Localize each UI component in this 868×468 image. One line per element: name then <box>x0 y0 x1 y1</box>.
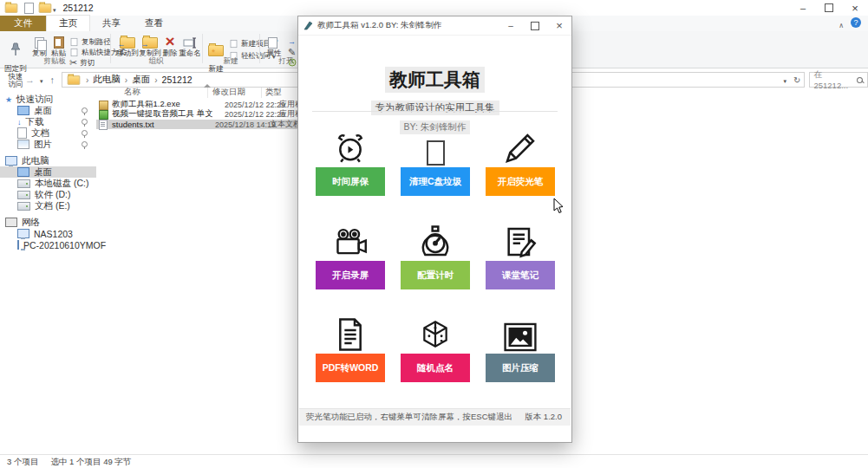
properties-qat-icon[interactable] <box>24 3 34 14</box>
refresh-icon[interactable] <box>793 75 800 85</box>
sidebar-item-drive-e[interactable]: 文档 (E:) <box>0 200 96 211</box>
paste-icon <box>54 36 64 49</box>
rename-icon <box>179 33 201 49</box>
maximize-icon <box>531 22 539 30</box>
delete-icon <box>165 35 174 49</box>
maximize-icon <box>825 3 833 12</box>
breadcrumb-folder[interactable]: 251212 <box>162 75 193 85</box>
drive-icon <box>17 179 30 188</box>
collapse-ribbon-icon[interactable] <box>839 16 844 31</box>
sidebar-item-network[interactable]: 网络 <box>0 217 96 228</box>
group-caption: 组织 <box>111 56 201 67</box>
computer-icon <box>17 229 29 238</box>
quick-access-icon <box>5 95 12 104</box>
picture-icon <box>486 314 555 352</box>
back-button[interactable] <box>7 75 16 85</box>
recent-locations-icon[interactable] <box>40 75 43 85</box>
random-rollcall-button[interactable]: 随机点名 <box>401 354 470 382</box>
breadcrumb-this-pc[interactable]: 此电脑 <box>93 74 121 86</box>
breadcrumb-desktop[interactable]: 桌面 <box>132 74 150 86</box>
sidebar-item-pc[interactable]: PC-20210610YMOF <box>0 239 96 250</box>
computer-icon <box>17 240 19 250</box>
highlighter-button[interactable]: 开启荧光笔 <box>486 167 555 196</box>
tab-share[interactable]: 共享 <box>90 16 133 31</box>
window-title: 251212 <box>63 3 94 13</box>
documents-icon <box>17 127 27 139</box>
tool-highlighter: 开启荧光笔 <box>486 127 555 196</box>
app-titlebar[interactable]: 教师工具箱 v1.2.0 BY: 朱剑锋制作 <box>298 16 571 36</box>
column-header-type[interactable]: 类型 <box>265 87 300 98</box>
forward-button[interactable] <box>25 75 35 85</box>
tab-home[interactable]: 主页 <box>46 15 90 31</box>
sidebar-item-documents[interactable]: 文档 <box>0 127 96 139</box>
image-compress-button[interactable]: 图片压缩 <box>486 354 555 382</box>
maximize-button[interactable] <box>816 1 842 16</box>
sidebar-item-local-disk-c[interactable]: 本地磁盘 (C:) <box>0 178 96 189</box>
group-caption: 剪贴板 <box>0 56 109 67</box>
folder-icon <box>68 75 80 84</box>
tool-screen-record: 开启录屏 <box>316 221 385 289</box>
breadcrumb-separator <box>82 75 93 85</box>
properties-button[interactable]: 属性 <box>264 33 284 57</box>
mouse-cursor <box>553 198 565 218</box>
rename-button[interactable]: 重命名 <box>179 33 201 57</box>
app-status-bar: 荧光笔功能已启动，右键菜单可清除屏幕，按ESC键退出 版本 1.2.0 <box>299 408 571 426</box>
delete-button[interactable]: 删除 <box>161 33 179 57</box>
downloads-icon <box>17 118 22 127</box>
pin-icon <box>82 141 88 147</box>
up-button[interactable] <box>50 75 55 85</box>
sidebar-item-desktop-quick[interactable]: 桌面 <box>0 105 96 116</box>
desktop-icon <box>17 106 29 115</box>
sidebar-item-drive-d[interactable]: 软件 (D:) <box>0 189 96 200</box>
column-header-date[interactable]: 修改日期 <box>212 87 261 98</box>
sidebar-item-downloads[interactable]: 下载 <box>0 116 96 127</box>
selection-info: 选中 1 个项目 49 字节 <box>50 457 131 468</box>
screen-record-button[interactable]: 开启录屏 <box>316 261 385 289</box>
timer-config-button[interactable]: 配置计时 <box>401 261 470 289</box>
sidebar-item-nas[interactable]: NAS1203 <box>0 228 96 239</box>
missing-glyph-box-icon <box>401 127 470 166</box>
tab-view[interactable]: 查看 <box>133 16 175 31</box>
tab-file[interactable]: 文件 <box>0 16 46 31</box>
tool-clean-c-drive: 清理C盘垃圾 <box>401 127 470 196</box>
move-to-button[interactable]: ← 移动到 <box>116 33 139 57</box>
help-icon[interactable]: ? <box>851 17 861 28</box>
sidebar-item-pictures[interactable]: 图片 <box>0 139 96 150</box>
this-pc-icon <box>5 156 17 166</box>
sidebar-item-quick-access[interactable]: 快速访问 <box>0 94 96 105</box>
app-version: 版本 1.2.0 <box>525 412 562 423</box>
app-icon <box>303 21 313 30</box>
pictures-icon <box>17 140 29 149</box>
minimize-button[interactable] <box>790 1 816 16</box>
app-minimize-button[interactable] <box>499 17 523 35</box>
divider <box>312 111 558 112</box>
copy-button[interactable]: 复制 <box>30 33 49 57</box>
tool-image-compress: 图片压缩 <box>486 314 555 382</box>
search-input[interactable]: 在 251212... <box>809 72 868 88</box>
folder-icon <box>5 3 17 12</box>
pencil-icon <box>486 127 555 166</box>
address-dropdown-icon[interactable] <box>784 75 787 85</box>
new-folder-qat-icon[interactable] <box>39 3 51 12</box>
class-notes-button[interactable]: 课堂笔记 <box>486 261 555 289</box>
sidebar-item-desktop[interactable]: 桌面 <box>0 166 96 178</box>
paste-button[interactable]: 粘贴 <box>49 33 68 57</box>
tool-timer: 配置计时 <box>401 221 470 289</box>
explorer-titlebar[interactable]: 251212 <box>0 0 868 16</box>
app-maximize-button[interactable] <box>523 17 547 35</box>
tool-random-rollcall: 随机点名 <box>401 314 470 382</box>
app-window: 教师工具箱 v1.2.0 BY: 朱剑锋制作 教师工具箱 专为教师设计的实用工具… <box>297 16 572 443</box>
pdf-to-word-button[interactable]: PDF转WORD <box>316 354 385 382</box>
close-button[interactable] <box>842 1 868 16</box>
copy-to-button[interactable]: → 复制到 <box>139 33 161 57</box>
qat-customize-icon[interactable] <box>53 0 56 16</box>
sidebar-item-this-pc[interactable]: 此电脑 <box>0 155 96 166</box>
file-row-students-selected[interactable]: students.txt 2025/12/18 14:19 文本文档 <box>96 120 301 129</box>
open-icon: → <box>288 37 296 46</box>
app-file-icon <box>99 110 108 120</box>
group-organize: ← 移动到 → 复制到 删除 重命名 组织 <box>111 31 201 68</box>
clean-c-drive-button[interactable]: 清理C盘垃圾 <box>401 167 470 196</box>
app-close-button[interactable] <box>547 17 571 35</box>
properties-icon <box>264 33 284 49</box>
time-screensaver-button[interactable]: 时间屏保 <box>316 167 385 196</box>
